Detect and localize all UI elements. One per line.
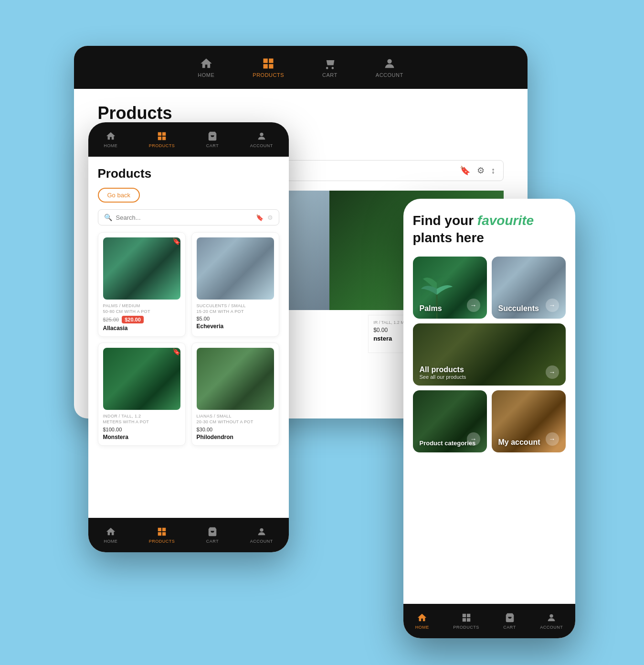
svg-rect-8	[162, 137, 166, 140]
mid-product-card-allacasia: PALMS / MEDIUM50-80 CM WITH A POT $25.00…	[98, 232, 186, 337]
svg-rect-2	[264, 64, 268, 68]
mid-product-2-label: SUCCULENTS / SMALL15-20 CM WITH A POT	[197, 303, 274, 314]
sliders-icon[interactable]: ⚙	[477, 165, 485, 176]
svg-rect-18	[462, 618, 465, 622]
svg-rect-16	[462, 614, 465, 617]
mid-product-3-price: $100.00	[103, 427, 122, 432]
front-device-content: Find your favourite plants here	[403, 199, 575, 462]
mid-bookmark-icon[interactable]: 🔖	[256, 214, 264, 221]
mid-product-2-prices: $5.00	[197, 316, 274, 322]
mid-nav-account[interactable]: ACCOUNT	[250, 131, 273, 148]
front-categories-arrow[interactable]: →	[467, 432, 480, 446]
svg-rect-11	[162, 528, 166, 531]
svg-rect-6	[162, 132, 166, 136]
mid-product-4-name: Philodendron	[197, 434, 274, 440]
back-search-icons: 🔖 ⚙ ↕	[460, 165, 496, 176]
mid-product-card-philodendron: LIANAS / SMALL20-30 CM WITHOUT A POT $30…	[191, 343, 279, 445]
svg-rect-5	[158, 132, 161, 136]
front-categories-grid: Palms → Succulents → All products See al…	[413, 257, 566, 452]
mid-product-img-3	[103, 348, 180, 410]
mid-product-4-prices: $30.00	[197, 427, 274, 432]
bookmark-filter-icon[interactable]: 🔖	[460, 165, 470, 176]
mid-bottom-cart[interactable]: CART	[206, 526, 219, 544]
mid-bottom-home-label: HOME	[104, 539, 117, 544]
mid-product-2-price: $5.00	[197, 316, 210, 322]
front-bottom-home[interactable]: HOME	[415, 612, 429, 630]
mid-product-4-label: LIANAS / SMALL20-30 CM WITHOUT A POT	[197, 414, 274, 425]
mid-product-3-prices: $100.00	[103, 427, 180, 432]
mid-nav-cart[interactable]: CART	[206, 131, 219, 148]
scene: HOME PRODUCTS CART ACCOUNT Products Go b…	[60, 46, 585, 619]
mid-product-1-sale: $20.00	[122, 316, 144, 323]
front-palms-arrow[interactable]: →	[467, 299, 480, 312]
back-nav-products[interactable]: PRODUCTS	[253, 57, 284, 78]
mid-product-card-echeveria: SUCCULENTS / SMALL15-20 CM WITH A POT $5…	[191, 232, 279, 337]
front-bottom-cart[interactable]: CART	[503, 612, 516, 630]
front-category-palms[interactable]: Palms →	[413, 257, 487, 319]
mid-product-1-name: Allacasia	[103, 325, 180, 332]
mid-bottom-products[interactable]: PRODUCTS	[149, 526, 175, 544]
front-device-bottom-nav: HOME PRODUCTS CART ACCOUNT	[403, 604, 575, 638]
svg-rect-10	[158, 528, 161, 531]
mid-product-card-monstera: INDOR / TALL, 1.2METERS WITH A POT $100.…	[98, 343, 186, 445]
front-category-succulents[interactable]: Succulents →	[492, 257, 566, 319]
mid-product-3-label: INDOR / TALL, 1.2METERS WITH A POT	[103, 414, 180, 425]
mid-product-img-4	[197, 348, 274, 410]
svg-rect-12	[158, 532, 161, 536]
mid-bottom-home[interactable]: HOME	[104, 526, 117, 544]
mid-device-bottom-nav: HOME PRODUCTS CART ACCOUNT	[88, 518, 289, 552]
svg-point-4	[387, 59, 391, 64]
front-bottom-products[interactable]: PRODUCTS	[453, 612, 479, 630]
mid-product-1-bookmark[interactable]: 🔖	[172, 237, 180, 245]
mid-device-content: Products Go back 🔍 🔖 ⚙ PALMS / MEDIUM50-…	[88, 157, 289, 455]
mid-product-img-1	[103, 237, 180, 300]
back-nav-account[interactable]: ACCOUNT	[376, 57, 403, 78]
front-succulents-arrow[interactable]: →	[546, 299, 559, 312]
back-nav-home[interactable]: HOME	[198, 57, 214, 78]
svg-point-20	[550, 614, 553, 618]
front-myaccount-arrow[interactable]: →	[546, 432, 559, 446]
svg-rect-19	[466, 618, 470, 622]
mid-bottom-account-label: ACCOUNT	[250, 539, 273, 544]
svg-rect-17	[466, 614, 470, 617]
mid-search-icon: 🔍	[104, 214, 112, 221]
front-all-products-arrow[interactable]: →	[546, 365, 559, 379]
mid-nav-home[interactable]: HOME	[104, 131, 117, 148]
mid-device: HOME PRODUCTS CART ACCOUNT Products Go b…	[88, 122, 289, 552]
front-bottom-products-label: PRODUCTS	[453, 625, 479, 630]
mid-product-1-label: PALMS / MEDIUM50-80 CM WITH A POT	[103, 303, 180, 314]
mid-filter-icon[interactable]: ⚙	[267, 214, 273, 221]
mid-bottom-account[interactable]: ACCOUNT	[250, 526, 273, 544]
front-bottom-cart-label: CART	[503, 625, 516, 630]
mid-page-title: Products	[98, 166, 279, 181]
svg-rect-0	[264, 59, 268, 63]
svg-rect-13	[162, 532, 166, 536]
back-page-title: Products	[98, 103, 504, 123]
front-device: Find your favourite plants here	[403, 199, 575, 638]
mid-bottom-cart-label: CART	[206, 539, 219, 544]
mid-product-3-bookmark[interactable]: 🔖	[172, 348, 180, 355]
svg-point-9	[260, 133, 263, 136]
front-category-product-categories[interactable]: Product categories →	[413, 390, 487, 452]
mid-product-3-name: Monstera	[103, 434, 180, 440]
front-bottom-account[interactable]: ACCOUNT	[540, 612, 563, 630]
front-category-all-products[interactable]: All products See all our products →	[413, 323, 566, 386]
mid-product-1-prices: $25.00 $20.00	[103, 316, 180, 323]
mid-products-grid: PALMS / MEDIUM50-80 CM WITH A POT $25.00…	[98, 232, 279, 446]
mid-product-4-price: $30.00	[197, 427, 213, 432]
front-category-my-account[interactable]: My account →	[492, 390, 566, 452]
front-bottom-home-label: HOME	[415, 625, 429, 630]
mid-nav-products[interactable]: PRODUCTS	[149, 131, 175, 148]
svg-rect-3	[269, 64, 273, 68]
front-succulents-label: Succulents	[498, 304, 539, 313]
sort-icon[interactable]: ↕	[491, 166, 496, 176]
svg-point-14	[260, 528, 263, 532]
mid-device-navbar: HOME PRODUCTS CART ACCOUNT	[88, 122, 289, 157]
front-palms-label: Palms	[420, 304, 442, 313]
front-bottom-account-label: ACCOUNT	[540, 625, 563, 630]
mid-product-1-original: $25.00	[103, 317, 119, 322]
mid-search-input[interactable]	[116, 214, 252, 221]
front-my-account-label: My account	[498, 438, 540, 447]
mid-go-back-button[interactable]: Go back	[98, 188, 140, 203]
back-nav-cart[interactable]: CART	[322, 57, 338, 78]
